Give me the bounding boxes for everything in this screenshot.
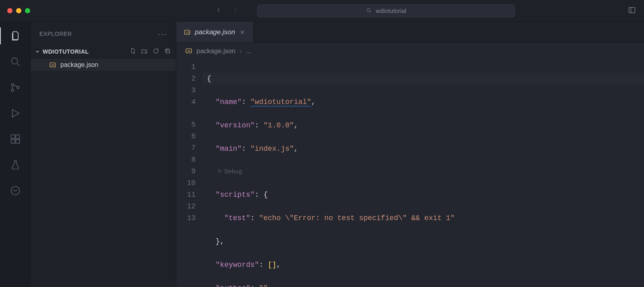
- editor-tab[interactable]: JS package.json: [176, 22, 253, 42]
- chevron-right-icon: ›: [239, 47, 242, 55]
- breadcrumb-file: package.json: [196, 47, 235, 55]
- editor-tab-label: package.json: [195, 28, 235, 36]
- line-number: 8: [176, 154, 196, 166]
- line-number: 4: [176, 96, 196, 108]
- code-editor[interactable]: 1 2 3 4 5 6 7 8 9 10 11 12 13 { "name": …: [176, 59, 644, 287]
- layout-toggle-button[interactable]: [628, 6, 636, 16]
- code-token: "scripts": [216, 191, 255, 199]
- chevron-down-icon: [35, 49, 40, 54]
- breadcrumbs[interactable]: JS package.json › ...: [176, 43, 644, 59]
- line-number: 1: [176, 61, 196, 73]
- explorer-root[interactable]: WDIOTUTORIAL: [31, 46, 176, 59]
- line-number: 9: [176, 166, 196, 177]
- source-control-activity[interactable]: [9, 81, 21, 94]
- svg-point-2: [11, 58, 17, 64]
- command-center[interactable]: wdiotutorial: [257, 4, 515, 17]
- extensions-activity[interactable]: [9, 133, 21, 145]
- svg-text:JS: JS: [187, 50, 190, 53]
- svg-point-6: [11, 116, 13, 118]
- explorer-more-button[interactable]: ···: [158, 29, 167, 39]
- svg-rect-7: [11, 135, 14, 139]
- code-token: },: [216, 237, 225, 245]
- testing-activity[interactable]: [9, 159, 21, 171]
- svg-rect-10: [16, 139, 19, 143]
- code-token: "test": [224, 214, 250, 222]
- code-token: "author": [216, 284, 250, 287]
- line-number: 6: [176, 131, 196, 142]
- new-file-button[interactable]: [129, 48, 136, 56]
- file-name: package.json: [60, 61, 98, 69]
- svg-text:JS: JS: [186, 31, 189, 34]
- svg-rect-9: [11, 139, 14, 143]
- svg-point-0: [367, 8, 370, 11]
- traffic-lights: [6, 8, 30, 13]
- play-icon: [217, 166, 222, 178]
- svg-point-4: [11, 89, 14, 92]
- run-debug-activity[interactable]: [9, 107, 21, 119]
- nav-back-button[interactable]: [215, 6, 223, 16]
- explorer-header: EXPLORER ···: [31, 22, 176, 46]
- code-token: {: [207, 75, 211, 83]
- collapse-all-button[interactable]: [164, 48, 171, 56]
- nav-arrows: [215, 6, 239, 16]
- line-number: 2: [176, 73, 196, 85]
- close-tab-button[interactable]: [239, 29, 246, 35]
- svg-rect-8: [16, 135, 19, 139]
- debug-codelens[interactable]: Debug: [203, 166, 644, 177]
- window-maximize-button[interactable]: [25, 8, 30, 13]
- codelens-label: Debug: [225, 166, 242, 178]
- window-close-button[interactable]: [7, 8, 12, 13]
- explorer-activity[interactable]: [9, 30, 21, 42]
- codespaces-activity[interactable]: [9, 185, 21, 197]
- code-content[interactable]: { "name": "wdiotutorial", "version": "1.…: [203, 59, 644, 287]
- body: EXPLORER ··· WDIOTUTORIAL: [0, 22, 644, 287]
- nav-forward-button[interactable]: [231, 6, 239, 16]
- code-token: "": [259, 284, 268, 287]
- activity-bar: [0, 22, 31, 287]
- line-number: 3: [176, 85, 196, 96]
- command-center-text: wdiotutorial: [376, 7, 407, 14]
- explorer-root-name: WDIOTUTORIAL: [43, 48, 89, 55]
- svg-point-5: [17, 86, 19, 89]
- code-token: "main": [216, 145, 242, 153]
- code-token: []: [268, 261, 277, 269]
- line-number: 12: [176, 201, 196, 212]
- titlebar: wdiotutorial: [0, 0, 644, 22]
- code-token: "wdiotutorial": [250, 98, 311, 106]
- search-activity[interactable]: [9, 56, 21, 68]
- json-file-icon: JS: [49, 61, 56, 69]
- editor-tabs: JS package.json: [176, 22, 644, 43]
- breadcrumb-more: ...: [246, 47, 252, 55]
- json-file-icon: JS: [185, 47, 192, 54]
- json-file-icon: JS: [184, 29, 191, 36]
- svg-rect-1: [629, 7, 635, 12]
- line-number: 11: [176, 189, 196, 201]
- code-token: "keywords": [216, 261, 259, 269]
- editor-group: JS package.json JS package.json › ...: [176, 22, 644, 287]
- explorer-sidebar: EXPLORER ··· WDIOTUTORIAL: [31, 22, 176, 287]
- line-number: 7: [176, 142, 196, 154]
- code-token: "index.js": [250, 145, 294, 153]
- svg-point-3: [11, 83, 14, 86]
- line-gutter: 1 2 3 4 5 6 7 8 9 10 11 12 13: [176, 59, 203, 287]
- line-number: 5: [176, 119, 196, 131]
- code-token: "1.0.0": [263, 121, 294, 129]
- code-token: "name": [216, 98, 242, 106]
- window-minimize-button[interactable]: [16, 8, 21, 13]
- code-token: "version": [216, 121, 255, 129]
- explorer-title: EXPLORER: [39, 31, 72, 37]
- search-icon: [366, 7, 372, 15]
- code-token: {: [263, 191, 268, 199]
- vscode-window: wdiotutorial: [0, 0, 644, 287]
- code-token: "echo \"Error: no test specified\" && ex…: [259, 214, 455, 222]
- svg-text:JS: JS: [51, 64, 54, 67]
- line-number: 10: [176, 177, 196, 189]
- file-tree-item[interactable]: JS package.json: [31, 59, 176, 71]
- line-number: 13: [176, 212, 196, 224]
- new-folder-button[interactable]: [141, 48, 148, 56]
- refresh-button[interactable]: [153, 48, 159, 56]
